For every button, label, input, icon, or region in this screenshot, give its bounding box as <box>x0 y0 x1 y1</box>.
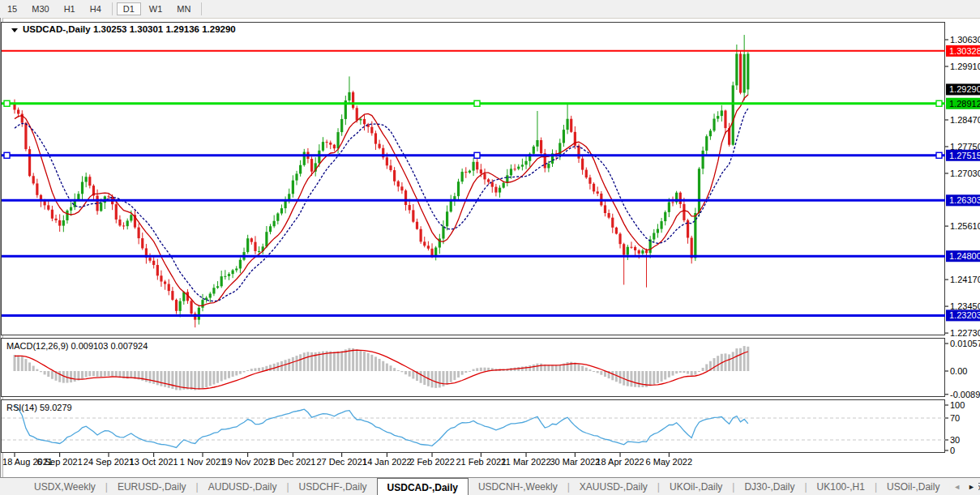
date-label: 2 Feb 2022 <box>409 457 455 467</box>
price-tick-label: 1.27030 <box>950 169 980 178</box>
price-tick-label: 1.28470 <box>950 115 980 125</box>
price-tick-label: 1.25610 <box>950 221 980 231</box>
rsi-axis-label: 100 <box>950 400 965 410</box>
mt4-chart-window: 15M30H1H4D1W1MN 1.306301.299101.284701.2… <box>0 0 980 495</box>
date-label: 27 Dec 2021 <box>316 457 366 467</box>
tab-ukoil-daily[interactable]: UKOil-,Daily <box>660 478 732 495</box>
tab-eurusd-daily[interactable]: EURUSD-,Daily <box>108 478 196 495</box>
price-badge: 1.26303 <box>946 194 980 206</box>
tab-bar-spacer <box>0 478 24 495</box>
date-label: 14 Jan 2022 <box>362 457 412 467</box>
price-tick-label: 1.24170 <box>950 275 980 284</box>
price-badge: 1.30328 <box>946 45 980 57</box>
rsi-label: RSI(14) 59.0279 <box>6 403 72 412</box>
date-label: 11 Mar 2022 <box>502 457 551 467</box>
price-badge: 1.27515 <box>946 150 980 161</box>
price-badge: 1.28912 <box>946 98 980 109</box>
tab-usdchf-daily[interactable]: USDCHF-,Daily <box>289 478 377 495</box>
tab-usdx-weekly[interactable]: USDX,Weekly <box>24 478 105 495</box>
macd-axis-label: 0.010578 <box>950 339 980 348</box>
timeframe-button-15[interactable]: 15 <box>1 2 24 15</box>
timeframe-toolbar: 15M30H1H4D1W1MN <box>0 0 980 19</box>
svg-text:1.28912: 1.28912 <box>949 99 980 109</box>
rsi-axis-label: 30 <box>950 435 960 445</box>
timeframe-button-m30[interactable]: M30 <box>25 2 55 15</box>
chart-title-quote: USDCAD-,Daily 1.30253 1.30301 1.29136 1.… <box>23 24 236 34</box>
price-badge: 1.29290 <box>946 83 980 95</box>
tab-scroll-left-icon[interactable]: ◄ <box>953 483 961 491</box>
rsi-axis-label: 70 <box>950 413 960 423</box>
chart-area: 1.306301.299101.284701.277501.270301.256… <box>0 18 980 477</box>
hline-handle[interactable] <box>474 152 480 158</box>
date-label: 19 Nov 2021 <box>222 457 272 467</box>
hline-handle[interactable] <box>474 100 480 106</box>
price-tick-label: 1.29910 <box>950 62 980 71</box>
timeframe-button-d1[interactable]: D1 <box>117 2 141 15</box>
timeframe-button-w1[interactable]: W1 <box>143 2 169 15</box>
tab-usdcnh-weekly[interactable]: USDCNH-,Weekly <box>469 478 567 495</box>
svg-text:1.30328: 1.30328 <box>949 46 980 56</box>
date-label: 30 Mar 2022 <box>550 457 600 467</box>
price-tick-label: 1.23450 <box>950 301 980 311</box>
macd-axis-label: 0.00 <box>950 366 967 376</box>
tab-dj30-daily[interactable]: DJ30-,Daily <box>734 478 804 495</box>
tab-usoil-daily[interactable]: USOil-,Daily <box>877 478 949 495</box>
svg-text:1.24800: 1.24800 <box>949 251 980 261</box>
date-label: 13 Oct 2021 <box>130 457 178 467</box>
date-label: 1 Nov 2021 <box>180 457 225 467</box>
tab-audusd-daily[interactable]: AUDUSD-,Daily <box>199 478 287 495</box>
svg-text:1.27515: 1.27515 <box>949 151 980 160</box>
svg-text:1.29290: 1.29290 <box>949 84 980 94</box>
svg-text:1.26303: 1.26303 <box>949 195 980 205</box>
date-label: 24 Sep 2021 <box>83 457 134 467</box>
tab-scroll-right-icon[interactable]: ► <box>968 483 975 491</box>
hline-handle[interactable] <box>936 152 942 158</box>
tab-uk100-h1[interactable]: UK100-,H1 <box>807 478 875 495</box>
price-badge: 1.23203 <box>946 309 980 321</box>
tab-usdcad-daily[interactable]: USDCAD-,Daily <box>377 478 469 495</box>
price-tick-label: 1.30630 <box>950 35 980 45</box>
rsi-axis-label: 0 <box>950 446 955 455</box>
date-label: 18 Apr 2022 <box>596 457 644 467</box>
chart-legend: USDCAD-,Daily 1.30253 1.30301 1.29136 1.… <box>11 24 236 34</box>
macd-label: MACD(12,26,9) 0.009103 0.007924 <box>6 341 148 351</box>
svg-text:1.23203: 1.23203 <box>949 310 980 320</box>
price-tick-label: 1.22730 <box>950 328 980 338</box>
macd-axis-label: -0.00896 <box>950 390 980 399</box>
date-label: 8 Dec 2021 <box>270 457 315 467</box>
symbol-tab-bar: USDX,Weekly|EURUSD-,Daily|AUDUSD-,Daily|… <box>0 477 980 495</box>
date-label: 6 May 2022 <box>646 457 692 467</box>
price-badge: 1.24800 <box>946 250 980 262</box>
timeframe-button-h1[interactable]: H1 <box>58 2 82 15</box>
hline-handle[interactable] <box>4 152 10 158</box>
hline-handle[interactable] <box>936 100 942 106</box>
date-label: 21 Feb 2022 <box>456 457 506 467</box>
tab-scroll-arrows: ◄► <box>950 478 978 495</box>
timeframe-button-h4[interactable]: H4 <box>83 2 108 15</box>
tab-xauusd-daily[interactable]: XAUUSD-,Daily <box>570 478 657 495</box>
hline-handle[interactable] <box>4 100 10 106</box>
date-label: 6 Sep 2021 <box>37 457 83 467</box>
toolbar-separator <box>201 2 202 15</box>
timeframe-button-mn[interactable]: MN <box>170 2 197 15</box>
toolbar-separator <box>112 2 113 15</box>
